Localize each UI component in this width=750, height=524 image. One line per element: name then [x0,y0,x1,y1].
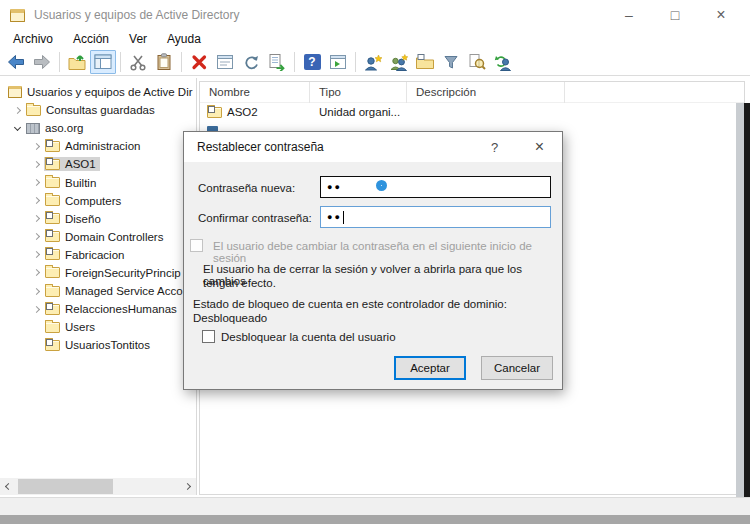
tree-item-diseno[interactable]: Diseño [0,210,196,228]
tree-item-label: Computers [65,195,121,207]
status-bar [0,497,750,515]
menu-ayuda[interactable]: Ayuda [157,32,211,46]
tree-item-consultas-guardadas[interactable]: Consultas guardadas [0,101,196,119]
cancel-button[interactable]: Cancelar [481,356,553,380]
chevron-right-icon[interactable] [9,108,25,113]
domain-icon [26,123,40,134]
scroll-right-icon[interactable] [179,478,196,495]
tree-item-foreign-security-principals[interactable]: ForeignSecurityPrincip [0,264,196,282]
menu-bar: Archivo Acción Ver Ayuda [0,30,750,48]
find-icon[interactable] [464,50,490,74]
chevron-right-icon[interactable] [28,307,44,312]
column-header-filler [565,82,744,103]
toolbar-separator [355,52,356,72]
chevron-down-icon[interactable] [9,127,25,130]
new-password-input[interactable]: ●● [320,176,551,198]
tree-item-usuarios-tontitos[interactable]: UsuariosTontitos [0,336,196,354]
back-icon[interactable] [3,50,29,74]
export-list-icon[interactable] [264,50,290,74]
new-password-label: Contraseña nueva: [198,182,295,194]
chevron-right-icon[interactable] [28,252,44,257]
paste-icon[interactable] [151,50,177,74]
tree-item-root[interactable]: Usuarios y equipos de Active Dir [0,83,196,101]
reset-password-dialog: Restablecer contraseña ? × Contraseña nu… [183,131,563,390]
forward-icon[interactable] [29,50,55,74]
new-group-icon[interactable] [386,50,412,74]
masked-password-dots: ●● [327,212,342,222]
ou-folder-icon [45,159,60,170]
toolbar-separator [59,52,60,72]
chevron-right-icon[interactable] [28,180,44,185]
tree-item-aso1[interactable]: ASO1 [0,155,196,173]
scrollbar-thumb[interactable] [18,479,113,494]
tree-item-relacciones-humanas[interactable]: RelaccionesHumanas [0,300,196,318]
tree-item-administracion[interactable]: Administracion [0,137,196,155]
tree-item-aso-org[interactable]: aso.org [0,119,196,137]
chevron-right-icon[interactable] [28,289,44,294]
window-controls: – □ × [606,0,744,30]
new-organizational-unit-icon[interactable] [412,50,438,74]
chevron-right-icon[interactable] [28,234,44,239]
show-console-tree-icon[interactable] [90,50,116,74]
folder-icon [45,322,60,333]
tree-item-users[interactable]: Users [0,318,196,336]
unlock-account-checkbox[interactable] [202,330,215,343]
delete-icon[interactable] [186,50,212,74]
scroll-left-icon[interactable] [0,478,17,495]
refresh-icon[interactable] [238,50,264,74]
confirm-password-input[interactable]: ●● [320,206,551,228]
list-row-aso2[interactable]: ASO2 Unidad organi... [200,103,744,121]
maximize-button[interactable]: □ [652,0,698,30]
list-vertical-scrollbar[interactable] [736,103,744,497]
masked-password-dots: ●● [327,182,342,192]
screen-edge-dark-strip [744,103,750,497]
dialog-help-button[interactable]: ? [472,132,517,162]
filter-icon[interactable] [438,50,464,74]
menu-accion[interactable]: Acción [63,32,119,46]
accept-button[interactable]: Aceptar [394,356,466,380]
tree-item-label: Usuarios y equipos de Active Dir [27,86,193,98]
tree-item-fabricacion[interactable]: Fabricacion [0,246,196,264]
folder-icon [26,105,41,116]
menu-ver[interactable]: Ver [119,32,157,46]
cut-icon[interactable] [125,50,151,74]
tree-item-managed-service-accounts[interactable]: Managed Service Acco [0,282,196,300]
chevron-right-icon[interactable] [28,216,44,221]
column-header-tipo[interactable]: Tipo [310,82,407,103]
folder-icon [45,286,60,297]
tree-item-computers[interactable]: Computers [0,192,196,210]
dialog-titlebar: Restablecer contraseña ? × [184,132,562,162]
close-button[interactable]: × [698,0,744,30]
ou-folder-icon [45,249,60,260]
tree-item-domain-controllers[interactable]: Domain Controllers [0,228,196,246]
ou-folder-icon [45,231,60,242]
tree-item-label: ASO1 [65,158,96,170]
tree-item-label: Fabricacion [65,249,124,261]
help-icon[interactable]: ? [299,50,325,74]
ou-folder-icon [45,141,60,152]
tree-horizontal-scrollbar[interactable] [0,478,196,495]
column-header-descripcion[interactable]: Descripción [407,82,565,103]
up-one-level-icon[interactable] [64,50,90,74]
minimize-button[interactable]: – [606,0,652,30]
chevron-right-icon[interactable] [28,162,44,167]
column-header-nombre[interactable]: Nombre [200,82,310,103]
menu-archivo[interactable]: Archivo [3,32,63,46]
tree-item-label: Users [65,321,95,333]
window-titlebar: Usuarios y equipos de Active Directory –… [0,0,750,30]
chevron-right-icon[interactable] [28,198,44,203]
new-user-icon[interactable] [360,50,386,74]
dialog-close-button[interactable]: × [517,132,562,162]
delegate-control-icon[interactable] [490,50,516,74]
tree-item-builtin[interactable]: Builtin [0,173,196,191]
text-caret [343,211,344,224]
console-tree: Usuarios y equipos de Active Dir Consult… [0,78,196,354]
tree-item-label: Domain Controllers [65,231,163,243]
chevron-right-icon[interactable] [28,144,44,149]
chevron-right-icon[interactable] [28,270,44,275]
unlock-account-label: Desbloquear la cuenta del usuario [221,331,396,343]
busy-spinner-cursor [376,180,387,191]
window-bottom-edge [0,515,750,524]
properties-icon[interactable] [212,50,238,74]
new-window-icon[interactable] [325,50,351,74]
